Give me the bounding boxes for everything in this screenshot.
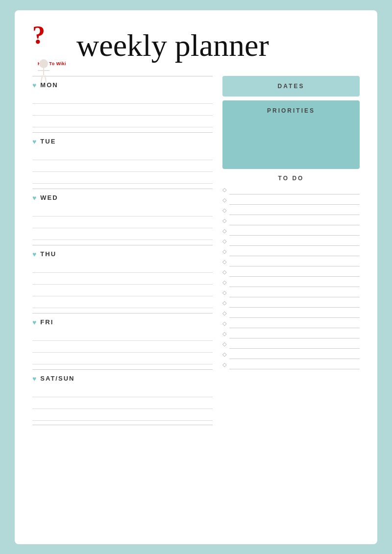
header: ? How To Wiki weekly planner [32,25,360,66]
day-section-thu: ♥ THU [32,245,213,313]
todo-item[interactable]: ◇ [222,237,360,246]
page-title: weekly planner [76,27,269,64]
diamond-icon: ◇ [222,228,226,234]
day-label-wed: ♥ WED [32,192,213,204]
diamond-icon: ◇ [222,300,226,306]
planner-card: ? How To Wiki weekly planner [15,10,377,544]
todo-item[interactable]: ◇ [222,258,360,266]
dates-label: DATES [229,83,353,90]
day-label-fri: ♥ FRI [32,316,213,328]
dates-box: DATES [222,76,360,96]
todo-item[interactable]: ◇ [222,196,360,205]
diamond-icon: ◇ [222,238,226,244]
day-lines-fri[interactable] [32,330,213,364]
diamond-icon: ◇ [222,207,226,214]
main-content: ♥ MON ♥ TUE [32,76,360,432]
diamond-icon: ◇ [222,331,226,337]
heart-icon-wed: ♥ [32,194,37,202]
day-label-thu: ♥ THU [32,248,213,260]
todo-item[interactable]: ◇ [222,268,360,277]
diamond-icon: ◇ [222,351,226,358]
todo-item[interactable]: ◇ [222,319,360,328]
todo-item[interactable]: ◇ [222,247,360,256]
day-label-sat-sun: ♥ SAT/SUN [32,373,213,385]
todo-item[interactable]: ◇ [222,350,360,359]
heart-icon-sat-sun: ♥ [32,375,37,383]
diamond-icon: ◇ [222,279,226,286]
todo-item[interactable]: ◇ [222,330,360,338]
day-label-tue: ♥ TUE [32,136,213,147]
diamond-icon: ◇ [222,361,226,368]
diamond-icon: ◇ [222,289,226,296]
logo-figure: ? [35,25,69,59]
question-mark-icon: ? [32,23,45,48]
todo-section: TO DO ◇ ◇ ◇ ◇ ◇ ◇ ◇ ◇ ◇ ◇ ◇ ◇ ◇ ◇ ◇ [222,175,360,369]
heart-icon-thu: ♥ [32,250,37,258]
diamond-icon: ◇ [222,248,226,255]
day-section-fri: ♥ FRI [32,313,213,369]
logo-area: ? How To Wiki [32,25,72,66]
todo-item[interactable]: ◇ [222,340,360,349]
diamond-icon: ◇ [222,187,226,193]
diamond-icon: ◇ [222,341,226,347]
diamond-icon: ◇ [222,310,226,316]
todo-title: TO DO [222,175,360,182]
day-lines-wed[interactable] [32,206,213,240]
diamond-icon: ◇ [222,197,226,203]
priorities-label: PRIORITIES [229,107,353,114]
heart-icon-mon: ♥ [32,81,37,89]
heart-icon-fri: ♥ [32,318,37,326]
day-lines-sat-sun[interactable] [32,386,213,421]
todo-item[interactable]: ◇ [222,361,360,369]
todo-item[interactable]: ◇ [222,278,360,287]
heart-icon-tue: ♥ [32,138,37,145]
day-section-wed: ♥ WED [32,189,213,245]
diamond-icon: ◇ [222,269,226,275]
todo-item[interactable]: ◇ [222,289,360,297]
day-section-sat-sun: ♥ SAT/SUN [32,369,213,432]
day-section-tue: ♥ TUE [32,132,213,189]
todo-item[interactable]: ◇ [222,206,360,215]
todo-item[interactable]: ◇ [222,217,360,225]
todo-item[interactable]: ◇ [222,186,360,194]
day-lines-thu[interactable] [32,262,213,308]
left-column: ♥ MON ♥ TUE [32,76,213,432]
page-background: ? How To Wiki weekly planner [0,0,392,554]
day-lines-tue[interactable] [32,149,213,184]
day-section-mon: ♥ MON [32,76,213,132]
todo-item[interactable]: ◇ [222,299,360,308]
todo-item[interactable]: ◇ [222,309,360,318]
right-column: DATES PRIORITIES TO DO ◇ ◇ ◇ ◇ ◇ ◇ ◇ [222,76,360,432]
priorities-box: PRIORITIES [222,100,360,169]
day-label-mon: ♥ MON [32,79,213,91]
day-lines-mon[interactable] [32,93,213,127]
diamond-icon: ◇ [222,217,226,224]
todo-item[interactable]: ◇ [222,227,360,236]
diamond-icon: ◇ [222,259,226,265]
diamond-icon: ◇ [222,320,226,327]
